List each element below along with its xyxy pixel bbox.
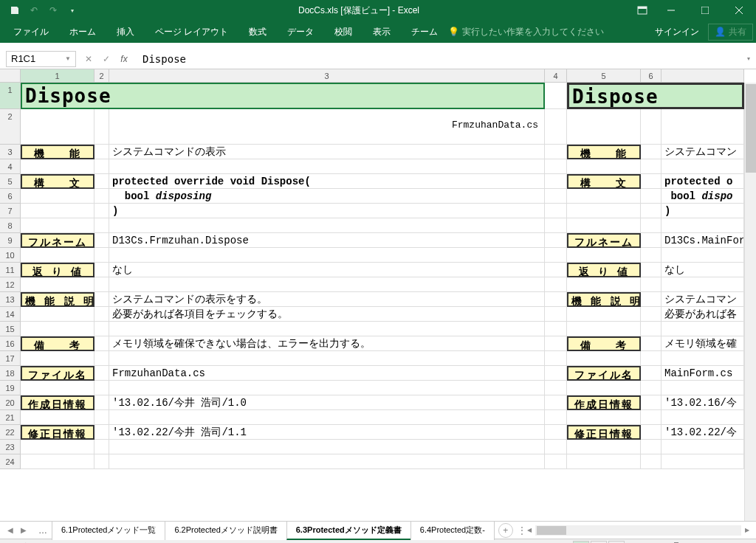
row-header[interactable]: 24 <box>0 454 21 469</box>
cell[interactable] <box>94 218 109 233</box>
cell[interactable] <box>21 322 94 336</box>
select-all-corner[interactable] <box>0 69 21 82</box>
sheet-tab[interactable]: 6.3Protectedメソッド定義書 <box>286 521 411 540</box>
cell[interactable]: システムコマンドの表示をする。 <box>109 292 545 307</box>
cell[interactable]: '13.02.22/今 <box>662 425 744 440</box>
cell[interactable] <box>21 440 94 454</box>
cell[interactable]: FrmzuhanData.cs <box>109 109 545 145</box>
cell[interactable] <box>662 322 744 336</box>
cell[interactable] <box>545 410 567 425</box>
cell[interactable]: ) <box>662 204 744 218</box>
row-header[interactable]: 4 <box>0 159 21 174</box>
row-header[interactable]: 20 <box>0 395 21 410</box>
cell[interactable] <box>94 233 109 248</box>
hscroll-left-icon[interactable]: ◀ <box>523 525 535 536</box>
cell[interactable] <box>545 322 567 336</box>
cell[interactable]: FrmzuhanData.cs <box>109 366 545 381</box>
cell[interactable] <box>641 410 662 425</box>
cell[interactable]: 返 り 値 <box>21 263 94 277</box>
cell[interactable] <box>94 292 109 307</box>
cell[interactable] <box>94 454 109 469</box>
column-header[interactable] <box>662 69 744 82</box>
cell[interactable]: protected o <box>662 174 744 189</box>
add-sheet-button[interactable]: + <box>498 523 513 538</box>
cell[interactable] <box>21 218 94 233</box>
save-icon[interactable] <box>6 1 24 19</box>
cell[interactable] <box>662 218 744 233</box>
cell[interactable]: '13.02.22/今井 浩司/1.1 <box>109 425 545 440</box>
column-header[interactable]: 1 <box>21 69 94 82</box>
row-header[interactable]: 17 <box>0 351 21 366</box>
hscroll-right-icon[interactable]: ▶ <box>741 525 753 536</box>
minimize-button[interactable] <box>654 0 688 21</box>
column-header[interactable]: 6 <box>641 69 662 82</box>
cell[interactable] <box>567 189 641 204</box>
cell[interactable] <box>567 454 641 469</box>
cell[interactable] <box>662 381 744 395</box>
cell[interactable] <box>641 277 662 292</box>
cell[interactable]: bool disposing <box>109 189 545 204</box>
ribbon-tab[interactable]: データ <box>277 21 324 43</box>
column-header[interactable]: 3 <box>109 69 545 82</box>
cell[interactable] <box>94 410 109 425</box>
cell[interactable] <box>109 454 545 469</box>
cell[interactable] <box>641 395 662 410</box>
normal-view-button[interactable] <box>573 541 589 544</box>
cell[interactable]: なし <box>109 263 545 277</box>
sheet-tab[interactable]: 6.2Protectedメソッド説明書 <box>165 521 286 540</box>
cell[interactable]: ) <box>109 204 545 218</box>
chevron-down-icon[interactable]: ▼ <box>65 55 71 62</box>
cell[interactable] <box>545 351 567 366</box>
row-header[interactable]: 3 <box>0 145 21 159</box>
cell[interactable] <box>567 248 641 263</box>
cell[interactable] <box>641 109 662 145</box>
row-header[interactable]: 15 <box>0 322 21 336</box>
cell[interactable]: なし <box>662 263 744 277</box>
cell[interactable] <box>545 277 567 292</box>
cell[interactable] <box>662 248 744 263</box>
cell[interactable]: 修正日情報 <box>567 425 641 440</box>
cell[interactable]: メモリ領域を確保できない場合は、エラーを出力する。 <box>109 336 545 351</box>
cell[interactable] <box>94 174 109 189</box>
cell[interactable] <box>567 351 641 366</box>
cell[interactable] <box>662 440 744 454</box>
cell[interactable] <box>641 159 662 174</box>
sheet-tab[interactable]: 6.1Protectedメソッド一覧 <box>52 521 165 540</box>
cell[interactable] <box>641 189 662 204</box>
row-header[interactable]: 7 <box>0 204 21 218</box>
cell[interactable] <box>641 218 662 233</box>
row-header[interactable]: 1 <box>0 83 21 109</box>
cell[interactable] <box>94 263 109 277</box>
ribbon-tab[interactable]: 表示 <box>362 21 401 43</box>
cell[interactable] <box>21 189 94 204</box>
row-header[interactable]: 23 <box>0 440 21 454</box>
cell[interactable]: protected override void Dispose( <box>109 174 545 189</box>
horizontal-scrollbar[interactable]: ◀ ▶ <box>520 525 756 536</box>
cell[interactable]: 構 文 <box>21 174 94 189</box>
cancel-icon[interactable]: ✕ <box>80 51 97 67</box>
cell[interactable] <box>662 410 744 425</box>
cell[interactable]: 作成日情報 <box>567 395 641 410</box>
cell[interactable] <box>545 307 567 322</box>
sheet-tab[interactable]: 6.4Protected定数- <box>410 521 495 540</box>
cell[interactable] <box>641 440 662 454</box>
sheet-nav-next-icon[interactable]: ▶ <box>18 524 30 537</box>
cell[interactable] <box>545 233 567 248</box>
cell[interactable] <box>94 248 109 263</box>
cell[interactable]: ファイル名 <box>567 366 641 381</box>
cell[interactable]: 備 考 <box>567 336 641 351</box>
cell[interactable] <box>94 425 109 440</box>
cell[interactable] <box>109 410 545 425</box>
cell[interactable] <box>641 174 662 189</box>
cell[interactable] <box>545 336 567 351</box>
cells[interactable]: DisposeDisposeFrmzuhanData.cs機 能システムコマンド… <box>21 83 744 469</box>
cell[interactable] <box>545 292 567 307</box>
cell[interactable] <box>94 277 109 292</box>
ribbon-tab[interactable]: 校閲 <box>324 21 362 43</box>
cell[interactable] <box>21 109 94 145</box>
ribbon-tab[interactable]: チーム <box>401 21 448 43</box>
cell[interactable] <box>641 292 662 307</box>
cell[interactable] <box>94 159 109 174</box>
cell[interactable] <box>662 454 744 469</box>
row-header[interactable]: 13 <box>0 292 21 307</box>
